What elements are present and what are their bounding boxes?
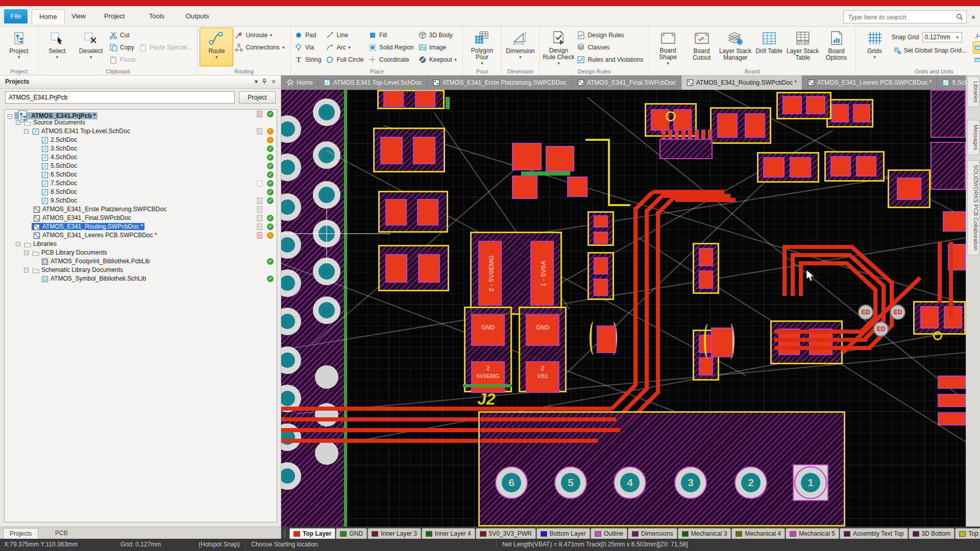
mounting-hole-pad[interactable] xyxy=(315,441,338,465)
layer-tab-mechanical-4[interactable]: Mechanical 4 xyxy=(731,528,785,539)
track[interactable] xyxy=(480,428,620,432)
tree-item[interactable]: ATMOS_Symbol_Bibliothek.SchLib✓ xyxy=(5,274,277,283)
tree-item[interactable]: −Libraries xyxy=(5,240,277,248)
design-rule-check-button[interactable]: Design Rule Check▼ xyxy=(542,28,575,66)
origin-button[interactable]: Origin▼ xyxy=(973,29,980,41)
project-name-field[interactable] xyxy=(5,91,235,104)
smd-pad[interactable] xyxy=(717,113,738,138)
tree-expander-icon[interactable]: − xyxy=(24,268,29,272)
layer-tab-outline[interactable]: Outline xyxy=(591,528,627,539)
menu-tab-tools[interactable]: Tools xyxy=(142,9,172,24)
tree-item[interactable]: 2.SchDoc! xyxy=(5,136,277,144)
tree-item[interactable]: 5.SchDoc✓ xyxy=(5,162,277,170)
layer-tab-bottom-layer[interactable]: Bottom Layer xyxy=(536,528,590,539)
smd-pad[interactable] xyxy=(594,279,608,296)
collapse-ribbon-icon[interactable]: ▲ xyxy=(969,12,978,21)
layer-tab-top-overlay[interactable]: Top Overlay xyxy=(955,528,980,539)
dimension-button[interactable]: Dimension▼ xyxy=(503,28,537,66)
metric-button[interactable]: Metric xyxy=(973,41,980,54)
menu-tab-project[interactable]: Project xyxy=(97,9,132,24)
menu-tab-home[interactable]: Home xyxy=(32,9,65,24)
search-icon[interactable] xyxy=(956,13,963,20)
smd-pad[interactable] xyxy=(856,156,876,177)
dropdown-arrow-icon[interactable]: ▼ xyxy=(454,58,458,62)
track[interactable] xyxy=(938,242,942,303)
layer-tab-assembly-text-top[interactable]: Assembly Text Top xyxy=(840,528,908,539)
smd-pad[interactable] xyxy=(831,104,849,122)
smd-pad[interactable] xyxy=(782,96,802,114)
layer-tab-3d-bottom[interactable]: 3D Bottom xyxy=(909,528,955,539)
dropdown-arrow-icon[interactable]: ▼ xyxy=(347,45,351,50)
smd-pad[interactable] xyxy=(546,146,574,171)
layer-tab-mechanical-3[interactable]: Mechanical 3 xyxy=(678,528,731,539)
track[interactable] xyxy=(782,245,787,296)
design-rules-button[interactable]: Design Rules xyxy=(575,29,627,41)
project-button[interactable]: Project▼ xyxy=(2,28,36,66)
doc-tab-atmos-e341-leeres-pcb-swpcbdoc-[interactable]: ATMOS_E341_Leeres PCB.SWPCBDoc * xyxy=(802,76,938,90)
track[interactable] xyxy=(799,261,848,265)
side-tab-libraries[interactable]: Libraries xyxy=(967,77,979,107)
side-tab-solidworks-pcb-collaboration[interactable]: SOLIDWORKS PCB Collaboration xyxy=(967,160,979,255)
smd-pad[interactable] xyxy=(418,254,440,283)
panel-close-icon[interactable]: ✕ xyxy=(270,79,278,85)
smd-pad[interactable] xyxy=(681,130,685,139)
smd-pad[interactable] xyxy=(938,412,966,425)
track[interactable] xyxy=(656,211,660,393)
smd-pad[interactable] xyxy=(830,156,851,177)
smd-pad[interactable] xyxy=(668,130,672,139)
panel-pin-icon[interactable] xyxy=(260,79,268,86)
layer-stack-manager-button[interactable]: Layer Stack Manager xyxy=(719,28,752,66)
smd-pad[interactable] xyxy=(673,109,692,131)
track[interactable] xyxy=(645,209,649,390)
tree-item[interactable]: 6.SchDoc✓ xyxy=(5,170,277,179)
image-button[interactable]: Image xyxy=(417,41,449,54)
drill-table-button[interactable]: Drill Table xyxy=(752,28,786,66)
smd-pad[interactable] xyxy=(745,113,765,138)
fill-button[interactable]: Fill xyxy=(367,29,390,41)
track[interactable] xyxy=(480,439,598,443)
board-cutout-button[interactable]: Board Cutout xyxy=(685,28,719,66)
smd-pad[interactable] xyxy=(699,270,713,289)
smd-pad[interactable] xyxy=(512,176,537,199)
smd-pad[interactable] xyxy=(512,143,542,170)
smd-pad[interactable] xyxy=(662,130,666,139)
dropdown-arrow-icon[interactable]: ▼ xyxy=(666,61,670,66)
smd-pad[interactable] xyxy=(708,130,712,139)
smd-pad[interactable] xyxy=(417,199,438,226)
tree-item[interactable]: −PCB Library Documents xyxy=(5,248,277,257)
tree-item[interactable]: ATMOS_E341_Erste Platzierung.SWPCBDoc xyxy=(5,205,277,214)
dropdown-arrow-icon[interactable]: ▼ xyxy=(281,45,285,50)
snap-grid-combobox[interactable]: 0.127mm▼ xyxy=(922,32,962,42)
3d-body-button[interactable]: 3D Body xyxy=(417,29,456,41)
track[interactable] xyxy=(774,346,871,350)
side-tab-messages[interactable]: Messages xyxy=(967,120,979,155)
layer-stack-table-button[interactable]: Layer Stack Table xyxy=(786,28,820,66)
layer-tab-inner-layer-4[interactable]: Inner Layer 4 xyxy=(422,528,475,539)
tree-expander-icon[interactable]: − xyxy=(24,129,29,134)
pcb-track[interactable] xyxy=(850,245,893,284)
layer-tab-mechanical-5[interactable]: Mechanical 5 xyxy=(786,528,839,539)
smd-pad[interactable] xyxy=(699,357,713,375)
dropdown-arrow-icon[interactable]: ▼ xyxy=(214,55,218,60)
unroute-button[interactable]: Unroute▼ xyxy=(233,29,276,41)
dropdown-arrow-icon[interactable]: ▼ xyxy=(556,61,560,66)
doc-tab-home[interactable]: Home xyxy=(281,76,318,90)
tree-item[interactable]: −ATMOS_E341.PrjPcb *✓ xyxy=(5,110,277,118)
smd-pad[interactable] xyxy=(806,96,825,114)
layer-tab-top-layer[interactable]: Top Layer xyxy=(289,528,335,539)
board-options-button[interactable]: Board Options xyxy=(820,28,853,66)
tree-item[interactable]: −Source Documents xyxy=(5,118,277,127)
tree-item[interactable]: ATMOS_E341_Routing.SWPcbDoc *✓ xyxy=(5,222,277,231)
board-shape-button[interactable]: Board Shape▼ xyxy=(651,28,685,66)
dropdown-arrow-icon[interactable]: ▼ xyxy=(89,55,93,60)
doc-tab-atmos-e341-erste-platzierung-swpcbdoc[interactable]: ATMOS_E341_Erste Platzierung.SWPCBDoc xyxy=(428,76,572,90)
copy-button[interactable]: Copy xyxy=(108,41,137,54)
doc-tab-atmos-e341-routing-swpcbdoc-[interactable]: ATMOS_E341_Routing.SWPcbDoc * xyxy=(681,76,802,90)
pad-button[interactable]: Pad xyxy=(293,29,319,41)
smd-pad[interactable] xyxy=(701,130,705,139)
tree-item[interactable]: ATMOS_E341_Final.SWPcbDoc✓ xyxy=(5,214,277,222)
line-button[interactable]: Line xyxy=(324,29,351,41)
track[interactable] xyxy=(480,417,616,421)
doc-tab-atmos-e341-top-level-schdoc[interactable]: ATMOS E341 Top-Level.SchDoc xyxy=(318,76,428,90)
smd-pad[interactable] xyxy=(675,130,679,139)
